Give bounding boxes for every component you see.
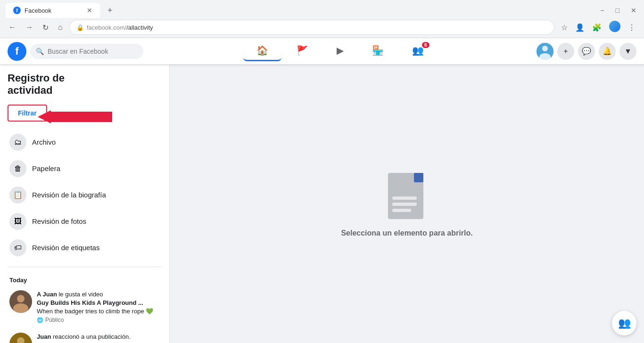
facebook-navbar: f 🔍 🏠 🚩 ▶ 🏪 👥 6 + 💬 🔔 ▼ — [0, 38, 644, 65]
activity-date-today: Today — [4, 273, 165, 286]
biografia-label: Revisión de la biografía — [32, 191, 106, 199]
sidebar-item-fotos[interactable]: 🖼 Revisión de fotos — [4, 208, 165, 235]
svg-point-4 — [17, 295, 25, 302]
add-button[interactable]: + — [557, 43, 574, 60]
forward-button[interactable]: → — [23, 20, 36, 34]
home-button[interactable]: ⌂ — [55, 20, 66, 34]
fotos-icon: 🖼 — [9, 213, 26, 230]
messenger-button[interactable]: 💬 — [578, 43, 595, 60]
user-profile-button[interactable] — [606, 18, 623, 37]
close-window-button[interactable]: ✕ — [629, 5, 638, 16]
sidebar-item-biografia[interactable]: 📋 Revisión de la biografía — [4, 182, 165, 208]
groups-badge: 6 — [422, 42, 429, 48]
document-icon — [386, 171, 428, 221]
sidebar-divider — [8, 267, 162, 267]
sidebar-item-etiquetas[interactable]: 🏷 Revisión de etiquetas — [4, 235, 165, 261]
minimize-button[interactable]: − — [598, 5, 606, 16]
search-bar[interactable]: 🔍 — [30, 44, 143, 59]
sidebar-item-archivo[interactable]: 🗂 Archivo — [4, 129, 165, 155]
activity-public-1: Público — [45, 317, 64, 323]
back-button[interactable]: ← — [6, 20, 19, 34]
svg-rect-13 — [392, 196, 417, 200]
profile-browser-button[interactable]: 👤 — [572, 20, 587, 35]
nav-right: + 💬 🔔 ▼ — [537, 43, 636, 60]
address-text: facebook.com/ /allactivity — [87, 24, 547, 31]
activity-section: Today A Juan le gusta el video — [0, 273, 169, 343]
account-dropdown-button[interactable]: ▼ — [619, 43, 636, 60]
activity-item-2[interactable]: Juan reaccionó a una publicación. These … — [4, 328, 165, 343]
heart-emoji: 💚 — [146, 308, 153, 315]
arrow-shaft — [51, 112, 112, 122]
address-path: /allactivity — [126, 24, 153, 31]
nav-groups[interactable]: 👥 6 — [399, 41, 437, 61]
filter-section: Filtrar — [0, 105, 169, 129]
filter-button[interactable]: Filtrar — [8, 105, 47, 122]
browser-toolbar: ← → ↻ ⌂ 🔒 facebook.com/ /allactivity ☆ 👤… — [0, 17, 644, 38]
sidebar: Registro de actividad Filtrar 🗂 Archivo … — [0, 65, 170, 343]
empty-state-text: Selecciona un elemento para abrirlo. — [341, 229, 472, 237]
notifications-button[interactable]: 🔔 — [599, 43, 616, 60]
browser-tab-title: Facebook — [25, 7, 83, 14]
activity-avatar-2 — [9, 333, 32, 343]
svg-rect-14 — [392, 203, 417, 206]
nav-home[interactable]: 🏠 — [243, 41, 281, 61]
biografia-icon: 📋 — [9, 187, 26, 204]
archivo-label: Archivo — [32, 138, 56, 146]
maximize-button[interactable]: □ — [614, 5, 621, 16]
activity-item-1[interactable]: A Juan le gusta el video Guy Builds His … — [4, 286, 165, 328]
bottom-right-people-button[interactable]: 👥 — [612, 311, 636, 335]
nav-pages[interactable]: 🚩 — [283, 41, 322, 61]
activity-meta-1: 🌐 Público — [37, 317, 160, 323]
main-layout: Registro de actividad Filtrar 🗂 Archivo … — [0, 65, 644, 343]
sidebar-item-papelera[interactable]: 🗑 Papelera — [4, 155, 165, 182]
new-tab-button[interactable]: + — [104, 4, 116, 17]
svg-point-5 — [13, 303, 28, 313]
archivo-icon: 🗂 — [9, 134, 26, 151]
extensions-button[interactable]: 🧩 — [589, 20, 604, 35]
sidebar-menu: 🗂 Archivo 🗑 Papelera 📋 Revisión de la bi… — [0, 129, 169, 261]
search-icon: 🔍 — [36, 48, 44, 55]
address-domain: facebook.com/ — [87, 24, 127, 31]
activity-text-1: A Juan le gusta el video Guy Builds His … — [37, 290, 160, 316]
browser-menu-button[interactable]: ⋮ — [625, 20, 638, 35]
browser-tab[interactable]: f Facebook ✕ — [6, 3, 100, 18]
sidebar-title: Registro de actividad — [8, 72, 162, 97]
empty-state: Selecciona un elemento para abrirlo. — [341, 171, 472, 237]
nav-marketplace[interactable]: 🏪 — [359, 41, 397, 61]
etiquetas-icon: 🏷 — [9, 239, 26, 256]
papelera-label: Papelera — [32, 164, 60, 172]
bookmark-star-button[interactable]: ☆ — [558, 20, 570, 35]
red-arrow-annotation — [38, 110, 112, 123]
search-input[interactable] — [48, 48, 123, 55]
window-controls: − □ ✕ — [598, 5, 638, 16]
etiquetas-label: Revisión de etiquetas — [32, 244, 99, 252]
svg-rect-15 — [392, 209, 411, 212]
sidebar-header: Registro de actividad — [0, 72, 169, 105]
svg-point-1 — [542, 46, 548, 51]
toolbar-icons: ☆ 👤 🧩 ⋮ — [558, 18, 638, 37]
people-icon: 👥 — [618, 317, 631, 329]
facebook-logo: f — [8, 42, 26, 61]
user-avatar[interactable] — [537, 43, 553, 60]
browser-tab-close-btn[interactable]: ✕ — [87, 7, 92, 14]
svg-rect-12 — [414, 173, 423, 182]
browser-titlebar: f Facebook ✕ + − □ ✕ — [0, 0, 644, 17]
lock-icon: 🔒 — [76, 24, 84, 31]
globe-icon-1: 🌐 — [37, 317, 43, 323]
fb-favicon: f — [13, 7, 21, 14]
papelera-icon: 🗑 — [9, 160, 26, 177]
activity-avatar-1 — [9, 290, 32, 313]
content-area: Selecciona un elemento para abrirlo. — [170, 65, 644, 343]
browser-chrome: f Facebook ✕ + − □ ✕ ← → ↻ ⌂ 🔒 facebook.… — [0, 0, 644, 38]
activity-content-1: A Juan le gusta el video Guy Builds His … — [37, 290, 160, 324]
nav-center: 🏠 🚩 ▶ 🏪 👥 6 — [147, 41, 533, 61]
nav-watch[interactable]: ▶ — [323, 41, 357, 61]
activity-content-2: Juan reaccionó a una publicación. These … — [37, 333, 160, 343]
activity-text-2: Juan reaccionó a una publicación. These … — [37, 333, 160, 343]
reload-button[interactable]: ↻ — [40, 20, 51, 35]
fotos-label: Revisión de fotos — [32, 217, 86, 225]
address-bar[interactable]: 🔒 facebook.com/ /allactivity — [69, 20, 554, 35]
